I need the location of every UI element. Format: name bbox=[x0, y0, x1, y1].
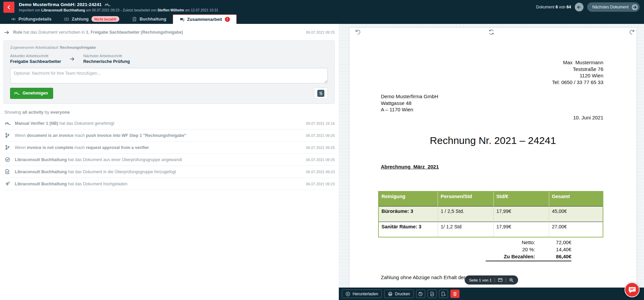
validate-document-button[interactable] bbox=[428, 290, 437, 298]
signature-icon bbox=[105, 3, 111, 7]
eye-icon bbox=[11, 17, 16, 22]
header-subtitle: Importiert von Libraconsult Buchhaltung … bbox=[19, 8, 218, 12]
print-button[interactable]: Drucken bbox=[384, 290, 414, 298]
thumbnails-icon[interactable] bbox=[498, 278, 503, 282]
chat-bubble-icon bbox=[628, 286, 637, 294]
sliders-icon bbox=[317, 90, 324, 97]
back-button[interactable] bbox=[3, 2, 14, 13]
invoice-recipient-address: Max Mustermann Teststraße 76 1120 Wien T… bbox=[552, 59, 603, 85]
document-counter: Dokument 6 von 64 bbox=[536, 5, 571, 9]
tab-zusammenarbeit[interactable]: Zusammenarbeit ! bbox=[173, 14, 237, 24]
download-button[interactable]: Herunterladen bbox=[342, 290, 382, 298]
tab-zahlung[interactable]: Zahlung Nicht bezahlt bbox=[58, 14, 126, 24]
history-icon bbox=[418, 292, 423, 296]
activity-row: Wenn invoice is not complete mach reques… bbox=[3, 142, 335, 154]
document-export-icon bbox=[441, 292, 446, 296]
activity-row: Wenn document is an invoice mach push in… bbox=[3, 129, 335, 142]
activity-date: 06.07.2021 09:25 bbox=[302, 146, 335, 150]
approve-label: Genehmigen bbox=[23, 91, 48, 96]
sparkle-icon bbox=[5, 181, 11, 186]
delete-document-button[interactable] bbox=[450, 290, 459, 298]
header-titles: Demo Musterfirma GmbH: 2021-24241 Import… bbox=[19, 2, 218, 12]
invoice-page: Max Mustermann Teststraße 76 1120 Wien T… bbox=[350, 28, 636, 300]
tab-label: Buchhaltung bbox=[139, 16, 166, 22]
invoice-date: 10. Juni 2021 bbox=[573, 115, 603, 120]
zoom-in-icon[interactable] bbox=[509, 278, 514, 283]
app-header: Demo Musterfirma GmbH: 2021-24241 Import… bbox=[0, 0, 644, 14]
activity-list: Manual Verifier 1 (NB) hat das Dokument … bbox=[3, 118, 335, 190]
invoice-sender-address: Demo Musterfirma GmbH Wattgasse 48 A – 1… bbox=[381, 93, 438, 113]
trash-icon bbox=[453, 292, 457, 296]
invoice-title: Rechnung Nr. 2021 – 24241 bbox=[350, 135, 636, 146]
table-row: Büroräume: 3 1 / 2,5 Std. 17,99€ 45,00€ bbox=[378, 206, 603, 222]
workflow-card: Zugewiesener Arbeitsablauf: Rechnungsfre… bbox=[3, 40, 335, 104]
total-row-due: Zu Bezahlen: 86,40€ bbox=[486, 254, 571, 261]
rotate-right-icon[interactable] bbox=[629, 29, 635, 35]
unpaid-badge: Nicht bezahlt bbox=[91, 16, 119, 22]
activity-row: Libraconsult Buchhaltung hat das Dokumen… bbox=[3, 178, 335, 190]
chevron-left-icon bbox=[7, 5, 11, 9]
activity-date: 06.07.2021 09:25 bbox=[302, 30, 335, 34]
flip-icon[interactable] bbox=[488, 29, 495, 35]
arrow-right-circle-icon bbox=[632, 4, 638, 10]
assigned-workflow: Zugewiesener Arbeitsablauf: Rechnungsfre… bbox=[10, 45, 328, 49]
next-document-label: Nächstes Dokument bbox=[592, 5, 629, 9]
activity-date: 06.07.2021 09:23 bbox=[302, 182, 335, 186]
invoice-totals: Netto: 72,00€ 20 %: 14,40€ Zu Bezahlen: … bbox=[486, 239, 571, 261]
tab-label: Zusammenarbeit bbox=[187, 17, 222, 22]
branch-icon bbox=[5, 145, 11, 150]
rotate-left-icon[interactable] bbox=[355, 29, 361, 35]
page-indicator-label: Seite 1 von 1 bbox=[469, 278, 491, 282]
team-message-input[interactable] bbox=[10, 68, 328, 83]
activity-date: 06.07.2021 09:25 bbox=[302, 134, 335, 138]
approve-button[interactable]: Genehmigen bbox=[10, 88, 53, 99]
table-header-row: Reinigung Personen/Std Std/€ Gesamt bbox=[378, 191, 603, 206]
divider bbox=[506, 278, 506, 282]
page-indicator-pill: Seite 1 von 1 bbox=[465, 275, 518, 285]
total-row: 20 %: 14,40€ bbox=[486, 247, 571, 254]
viewer-toolbar: Herunterladen Drucken bbox=[339, 288, 644, 300]
chat-widget-button[interactable] bbox=[625, 282, 640, 297]
document-check-icon bbox=[5, 169, 11, 174]
alert-badge: ! bbox=[225, 17, 230, 22]
invoice-subject: Abrechnung März 2021 bbox=[381, 164, 439, 170]
rule-activity-row: Rule hat das Dokument verschoben in 1. F… bbox=[3, 24, 335, 39]
signature-icon bbox=[5, 121, 11, 125]
table-row: Sanitär Räume: 3 1/ 1,2 Std 17,99€ 27,00… bbox=[378, 222, 603, 237]
tab-bar: Prüfungsdetails Zahlung Nicht bezahlt Bu… bbox=[0, 14, 644, 24]
tab-pruefungsdetails[interactable]: Prüfungsdetails bbox=[5, 14, 58, 24]
tab-label: Prüfungsdetails bbox=[18, 16, 51, 22]
money-icon bbox=[64, 17, 69, 22]
activity-row: Libraconsult Buchhaltung hat das Dokumen… bbox=[3, 154, 335, 166]
activity-panel: Rule hat das Dokument verschoben in 1. F… bbox=[0, 24, 339, 300]
total-row: Netto: 72,00€ bbox=[486, 239, 571, 247]
printer-icon bbox=[388, 292, 393, 296]
document-check-icon bbox=[430, 292, 434, 296]
activity-row: Manual Verifier 1 (NB) hat das Dokument … bbox=[3, 118, 335, 129]
export-document-button[interactable] bbox=[439, 290, 448, 298]
arrow-right-icon bbox=[4, 30, 9, 35]
next-step: Nächster Arbeitsschritt Rechnerische Prü… bbox=[83, 54, 130, 64]
tab-buchhaltung[interactable]: Buchhaltung bbox=[126, 14, 172, 24]
document-viewer: Max Mustermann Teststraße 76 1120 Wien T… bbox=[339, 24, 644, 300]
download-icon bbox=[346, 292, 350, 296]
branch-icon bbox=[5, 133, 11, 138]
next-document-button[interactable]: Nächstes Dokument bbox=[587, 2, 640, 12]
activity-date: 06.07.2021 09:25 bbox=[302, 158, 335, 162]
ledger-icon bbox=[132, 17, 137, 22]
activity-filter-button[interactable] bbox=[314, 87, 328, 99]
check-circle-icon bbox=[5, 157, 11, 162]
arrow-left-icon bbox=[577, 5, 581, 9]
activity-date: 06.07.2021 09:23 bbox=[302, 170, 335, 174]
history-button[interactable] bbox=[416, 290, 425, 298]
tab-label: Zahlung bbox=[72, 16, 89, 22]
invoice-footer-note: Zahlung ohne Abzüge nach Erhalt der Rech bbox=[381, 274, 479, 280]
activity-filter-summary: Showing all activity by everyone bbox=[3, 110, 335, 115]
invoice-line-items-table: Reinigung Personen/Std Std/€ Gesamt Büro… bbox=[378, 191, 603, 237]
print-label: Drucken bbox=[395, 292, 410, 296]
signature-icon bbox=[14, 91, 20, 95]
divider bbox=[495, 278, 495, 282]
activity-date: 09.07.2021 15:16 bbox=[302, 121, 335, 125]
current-step: Aktueller Arbeitsschritt Freigabe Sachbe… bbox=[10, 54, 61, 64]
previous-document-button[interactable] bbox=[575, 3, 583, 11]
